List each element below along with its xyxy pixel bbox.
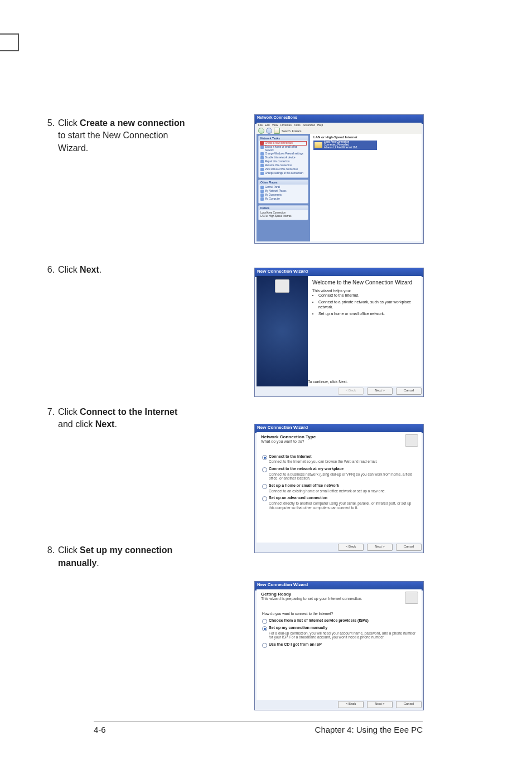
radio-icon[interactable] — [262, 496, 267, 501]
place-item[interactable]: My Computer — [260, 197, 306, 201]
task-item[interactable]: Repair this connection — [260, 160, 306, 163]
option-manual[interactable]: Set up my connection manuallyFor a dial-… — [269, 626, 416, 640]
screenshot-wizard-getting-ready: New Connection Wizard Getting Ready This… — [254, 581, 424, 710]
wizard-question: How do you want to connect to the Intern… — [262, 612, 416, 616]
panel-header: Other Places — [259, 180, 308, 185]
step-number: 8. — [33, 544, 58, 556]
cancel-button[interactable]: Cancel — [396, 388, 422, 395]
cancel-button[interactable]: Cancel — [396, 544, 422, 551]
wizard-heading: Welcome to the New Connection Wizard — [312, 279, 417, 287]
option-cd[interactable]: Use the CD I got from an ISP — [269, 642, 416, 647]
task-item[interactable]: Change Windows Firewall settings — [260, 152, 306, 156]
header-title: Getting Ready — [261, 592, 291, 597]
screenshot-network-connections: Network Connections FileEditViewFavorite… — [254, 114, 424, 244]
back-button[interactable]: < Back — [338, 544, 364, 551]
header-subtitle: What do you want to do? — [261, 439, 304, 443]
bullet-item: Connect to the Internet. — [318, 293, 417, 298]
connection-item[interactable]: Local Area Connection Connected, Firewal… — [313, 141, 377, 150]
radio-icon[interactable] — [262, 467, 267, 472]
option-isp-list[interactable]: Choose from a list of Internet service p… — [269, 618, 416, 623]
task-icon — [260, 160, 264, 163]
header-icon — [405, 434, 418, 447]
wizard-bullets: Connect to the Internet. Connect to a pr… — [312, 293, 417, 316]
explorer-toolbar: FileEditViewFavoritesToolsAdvancedHelp S… — [257, 123, 422, 134]
place-item[interactable]: My Documents — [260, 193, 306, 197]
task-item[interactable]: Change settings of this connection — [260, 172, 306, 175]
task-icon — [260, 172, 264, 175]
search-label[interactable]: Search — [282, 129, 291, 133]
screenshot-wizard-connection-type: New Connection Wizard Network Connection… — [254, 424, 424, 553]
folders-label[interactable]: Folders — [292, 129, 302, 133]
place-item[interactable]: Control Panel — [260, 186, 306, 189]
wizard-side-graphic — [257, 276, 308, 386]
option-list: How do you want to connect to the Intern… — [257, 609, 422, 700]
screenshot-wizard-welcome: New Connection Wizard Welcome to the New… — [254, 268, 424, 397]
crop-mark — [0, 33, 19, 51]
task-item[interactable]: Rename this connection — [260, 164, 306, 167]
next-button[interactable]: Next > — [367, 544, 393, 551]
radio-icon[interactable] — [262, 484, 267, 489]
place-icon — [260, 197, 264, 201]
option-workplace[interactable]: Connect to the network at my workplaceCo… — [269, 467, 416, 481]
nic-icon — [315, 142, 322, 148]
place-item[interactable]: My Network Places — [260, 190, 306, 193]
header-icon — [405, 592, 418, 604]
menu-bar: FileEditViewFavoritesToolsAdvancedHelp — [258, 123, 420, 127]
footer-rule — [94, 722, 423, 722]
step-text: Click Connect to the Internet and click … — [58, 406, 186, 431]
task-item[interactable]: View status of this connection — [260, 168, 306, 171]
task-icon — [260, 156, 264, 159]
nav-bar: Search Folders — [258, 128, 420, 134]
back-button[interactable]: < Back — [338, 701, 364, 708]
task-icon — [260, 164, 264, 167]
wizard-buttons: < Back Next > Cancel — [257, 543, 422, 551]
place-icon — [260, 193, 264, 197]
side-pane: Network Tasks Create a new connection Se… — [257, 134, 310, 241]
place-icon — [260, 190, 264, 193]
panel-header: Network Tasks — [259, 136, 308, 141]
option-connect-internet[interactable]: Connect to the InternetConnect to the In… — [269, 454, 416, 464]
cancel-button[interactable]: Cancel — [396, 701, 422, 708]
step-text: Click Next. — [58, 264, 101, 276]
task-item[interactable]: Disable this network device — [260, 156, 306, 159]
wizard-buttons: < Back Next > Cancel — [257, 700, 422, 708]
category-header: LAN or High-Speed Internet — [310, 134, 422, 139]
header-title: Network Connection Type — [261, 434, 316, 439]
back-icon[interactable] — [258, 128, 264, 134]
option-advanced[interactable]: Set up an advanced connectionConnect dir… — [269, 496, 416, 510]
step-number: 6. — [33, 264, 58, 276]
task-create-new-connection[interactable]: Create a new connection — [260, 142, 306, 145]
step-number: 5. — [33, 117, 58, 129]
task-icon — [260, 168, 264, 171]
step-text: Click Set up my connection manually. — [58, 544, 186, 569]
task-icon — [260, 146, 264, 149]
wizard-intro: This wizard helps you: — [312, 289, 417, 294]
step-number: 7. — [33, 406, 58, 418]
task-item[interactable]: Set up a home or small office network — [260, 146, 306, 152]
radio-icon[interactable] — [262, 619, 267, 624]
wizard-continue-text: To continue, click Next. — [308, 380, 348, 385]
next-button[interactable]: Next > — [367, 701, 393, 708]
radio-icon[interactable] — [262, 626, 267, 631]
bullet-item: Set up a home or small office network. — [318, 312, 417, 317]
details-panel: Details Local Area Connection LAN or Hig… — [258, 205, 308, 220]
other-places-panel: Other Places Control Panel My Network Pl… — [258, 180, 308, 204]
back-button: < Back — [338, 388, 364, 395]
wizard-content: Welcome to the New Connection Wizard Thi… — [308, 276, 422, 386]
header-subtitle: This wizard is preparing to set up your … — [261, 597, 362, 601]
radio-icon[interactable] — [262, 643, 267, 648]
option-home-network[interactable]: Set up a home or small office networkCon… — [269, 483, 416, 493]
up-icon[interactable] — [274, 128, 280, 134]
task-icon — [260, 142, 264, 145]
task-icon — [260, 152, 264, 156]
wizard-buttons: < Back Next > Cancel — [257, 387, 422, 395]
option-list: Connect to the InternetConnect to the In… — [257, 452, 422, 543]
details-text: Local Area Connection LAN or High-Speed … — [259, 210, 308, 219]
bullet-item: Connect to a private network, such as yo… — [318, 300, 417, 310]
forward-icon[interactable] — [266, 128, 272, 134]
next-button[interactable]: Next > — [367, 388, 393, 395]
chapter-title: Chapter 4: Using the Eee PC — [315, 725, 423, 734]
network-tasks-panel: Network Tasks Create a new connection Se… — [258, 135, 308, 178]
wizard-logo-icon — [275, 279, 289, 293]
radio-icon[interactable] — [262, 455, 267, 460]
